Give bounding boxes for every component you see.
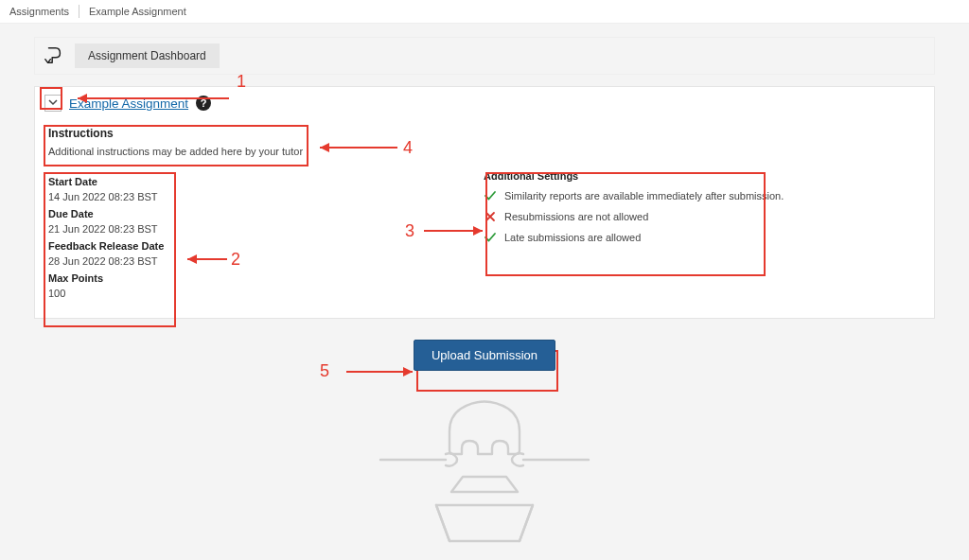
setting-similarity-text: Similarity reports are available immedia… <box>504 190 784 201</box>
start-date-value: 14 Jun 2022 08:23 BST <box>48 191 200 202</box>
empty-state-illustration <box>34 399 935 551</box>
dashboard-title: Assignment Dashboard <box>75 44 220 68</box>
breadcrumb-current[interactable]: Example Assignment <box>89 6 186 17</box>
breadcrumb-separator <box>79 5 79 18</box>
due-date-value: 21 Jun 2022 08:23 BST <box>48 223 200 235</box>
instructions-block: Instructions Additional instructions may… <box>48 127 921 157</box>
setting-similarity: Similarity reports are available immedia… <box>484 189 921 202</box>
expand-toggle[interactable] <box>44 95 62 112</box>
instructions-text: Additional instructions may be added her… <box>48 146 921 157</box>
check-icon <box>484 231 497 244</box>
settings-column: Additional Settings Similarity reports a… <box>484 170 921 305</box>
chevron-down-icon <box>48 97 58 109</box>
upload-submission-button[interactable]: Upload Submission <box>414 340 555 371</box>
setting-late-text: Late submissions are allowed <box>504 232 641 243</box>
instructions-heading: Instructions <box>48 127 921 140</box>
help-icon[interactable]: ? <box>196 96 211 111</box>
max-points-label: Max Points <box>48 272 200 284</box>
check-icon <box>484 189 497 202</box>
feedback-date-label: Feedback Release Date <box>48 240 200 252</box>
assignment-card: Example Assignment ? Instructions Additi… <box>34 86 935 319</box>
breadcrumb: Assignments Example Assignment <box>0 0 969 24</box>
dashboard-header: Assignment Dashboard <box>34 37 935 75</box>
breadcrumb-root[interactable]: Assignments <box>9 6 69 17</box>
setting-late: Late submissions are allowed <box>484 231 921 244</box>
settings-heading: Additional Settings <box>484 170 921 182</box>
max-points-value: 100 <box>48 288 200 299</box>
dates-column: Start Date 14 Jun 2022 08:23 BST Due Dat… <box>48 170 200 305</box>
cross-icon <box>484 210 497 223</box>
start-date-label: Start Date <box>48 176 200 187</box>
turnitin-logo-icon <box>43 44 65 67</box>
assignment-header-row: Example Assignment ? <box>44 95 925 112</box>
setting-resubmission-text: Resubmissions are not allowed <box>504 211 648 222</box>
assignment-title-link[interactable]: Example Assignment <box>69 96 188 111</box>
setting-resubmission: Resubmissions are not allowed <box>484 210 921 223</box>
feedback-date-value: 28 Jun 2022 08:23 BST <box>48 255 200 267</box>
due-date-label: Due Date <box>48 208 200 219</box>
